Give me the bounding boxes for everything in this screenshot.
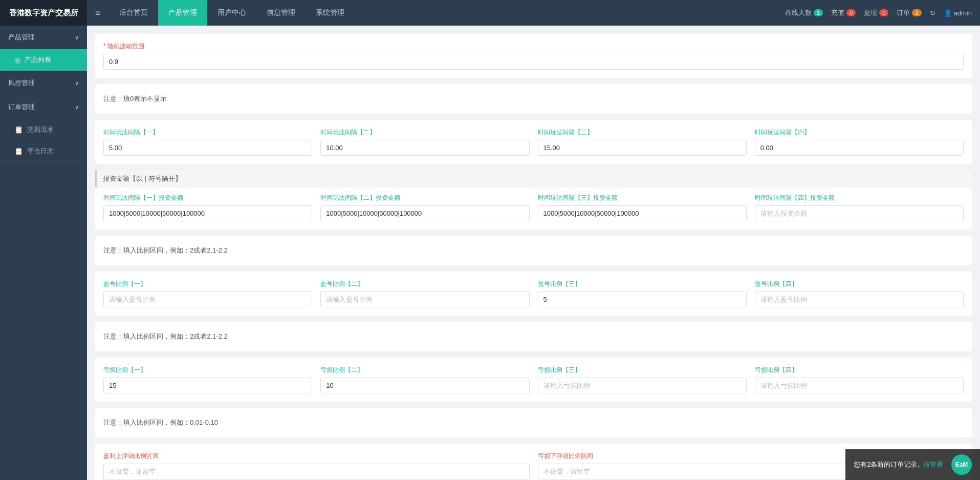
- nav-item-users[interactable]: 用户中心: [207, 0, 256, 26]
- menu-toggle-icon[interactable]: ≡: [87, 8, 109, 18]
- note-ratio-text: 注意：填入比例区间，例如：2或者2.1-2.2: [103, 244, 964, 257]
- loss-ratio-input-3[interactable]: [538, 378, 747, 393]
- invest-field-1: 时间玩法间隔【一】投资金额: [103, 194, 312, 221]
- time-interval-1-label: 时间玩法间隔【一】: [103, 128, 312, 137]
- time-interval-3-label: 时间玩法间隔【三】: [538, 128, 747, 137]
- time-intervals-section: 时间玩法间隔【一】 时间玩法间隔【二】 时间玩法间隔【三】 时间玩法间隔【四】: [95, 120, 972, 164]
- loss-ratio-input-4[interactable]: [755, 378, 964, 393]
- profit-ratio-grid: 盈号比例【一】 盈号比例【二】 盈号比例【三】 盈号比例【四】: [103, 280, 964, 307]
- transaction-icon: 📋: [14, 126, 23, 134]
- profit-ratio-input-4[interactable]: [755, 291, 964, 307]
- float-ratio-grid: 盈利上浮动比例区间 亏损下浮动比例区间: [103, 452, 964, 479]
- loss-ratio-field-3: 亏损比例【三】: [538, 366, 747, 393]
- withdraw-count-badge: 0: [879, 9, 888, 16]
- loss-ratio-section: 亏损比例【一】 亏损比例【二】 亏损比例【三】 亏损比例【四】: [95, 358, 972, 402]
- float-ratio-section: 盈利上浮动比例区间 亏损下浮动比例区间: [95, 444, 972, 480]
- chevron-right-icon: ∨: [75, 80, 79, 87]
- refresh-button[interactable]: ↻: [930, 9, 935, 17]
- sidebar-group-order: 订单管理 ∨ 📋 交易流水 📋 平仓日志: [0, 95, 87, 162]
- loss-ratio-field-2: 亏损比例【二】: [320, 366, 529, 393]
- product-list-icon: ◎: [14, 56, 20, 64]
- order-item[interactable]: 订单 2: [897, 8, 921, 17]
- time-interval-1-input[interactable]: [103, 140, 312, 156]
- admin-user-item[interactable]: 👤 admin: [944, 9, 972, 17]
- invest-field-4: 时间玩法间隔【四】投资金额: [755, 194, 964, 221]
- main-layout: 产品管理 ∨ ◎ 产品列表 风控管理 ∨ 订单管理 ∨ 📋 交易流水: [0, 26, 980, 480]
- loss-ratio-field-4: 亏损比例【四】: [755, 366, 964, 393]
- close-log-icon: 📋: [14, 147, 23, 155]
- profit-ratio-input-1[interactable]: [103, 291, 312, 307]
- time-interval-2-input[interactable]: [320, 140, 529, 156]
- bottom-notification: 您有2条新的订单记录, 请查看 EaM: [845, 449, 980, 480]
- nav-item-dashboard[interactable]: 后台首页: [109, 0, 158, 26]
- recharge-count-badge: 0: [846, 9, 856, 16]
- invest-label-2: 时间玩法间隔【二】投资金额: [320, 194, 529, 202]
- notification-text: 您有2条新的订单记录,: [854, 460, 919, 469]
- profit-ratio-field-1: 盈号比例【一】: [103, 280, 312, 307]
- withdraw-item[interactable]: 提现 0: [864, 8, 888, 17]
- time-interval-1: 时间玩法间隔【一】: [103, 128, 312, 156]
- profit-float-input[interactable]: [103, 464, 530, 479]
- loss-ratio-input-1[interactable]: [103, 378, 312, 393]
- notification-link[interactable]: 请查看: [923, 460, 943, 469]
- random-range-input[interactable]: [103, 54, 964, 70]
- sidebar-item-product-list[interactable]: ◎ 产品列表: [0, 49, 87, 71]
- note-float-text: 注意：填入比例区间，例如：0.01-0.10: [103, 416, 964, 429]
- invest-input-2[interactable]: [320, 205, 529, 221]
- note-ratio-section: 注意：填入比例区间，例如：2或者2.1-2.2: [95, 236, 972, 265]
- loss-ratio-label-2: 亏损比例【二】: [320, 366, 529, 374]
- note-zero-text: 注意：填0表示不显示: [103, 92, 964, 106]
- loss-ratio-grid: 亏损比例【一】 亏损比例【二】 亏损比例【三】 亏损比例【四】: [103, 366, 964, 393]
- invest-label-4: 时间玩法间隔【四】投资金额: [755, 194, 964, 202]
- loss-ratio-label-4: 亏损比例【四】: [755, 366, 964, 374]
- sidebar-group-product-header[interactable]: 产品管理 ∨: [0, 26, 87, 49]
- sidebar: 产品管理 ∨ ◎ 产品列表 风控管理 ∨ 订单管理 ∨ 📋 交易流水: [0, 26, 87, 480]
- profit-ratio-field-3: 盈号比例【三】: [538, 280, 747, 307]
- loss-ratio-input-2[interactable]: [320, 378, 529, 393]
- sidebar-group-order-header[interactable]: 订单管理 ∨: [0, 95, 87, 119]
- chevron-down-icon: ∨: [75, 34, 79, 41]
- invest-section: 投资金额【以 | 符号隔开】 时间玩法间隔【一】投资金额 时间玩法间隔【二】投资…: [95, 170, 972, 229]
- invest-field-2: 时间玩法间隔【二】投资金额: [320, 194, 529, 221]
- random-range-label: 随机波动范围: [103, 42, 964, 51]
- invest-label-3: 时间玩法间隔【三】投资金额: [538, 194, 747, 202]
- note-zero-section: 注意：填0表示不显示: [95, 84, 972, 114]
- nav-item-system[interactable]: 系统管理: [306, 0, 355, 26]
- invest-grid: 时间玩法间隔【一】投资金额 时间玩法间隔【二】投资金额 时间玩法间隔【三】投资金…: [103, 194, 964, 221]
- profit-float-field: 盈利上浮动比例区间: [103, 452, 530, 479]
- app-logo: 香港数字资产交易所: [0, 0, 87, 26]
- time-interval-3-input[interactable]: [538, 140, 747, 156]
- random-range-section: 随机波动范围: [95, 34, 972, 78]
- profit-ratio-field-2: 盈号比例【二】: [320, 280, 529, 307]
- online-users-item[interactable]: 在线人数 1: [785, 8, 823, 17]
- profit-ratio-input-2[interactable]: [320, 291, 529, 307]
- sidebar-group-product: 产品管理 ∨ ◎ 产品列表: [0, 26, 87, 71]
- sidebar-group-risk-header[interactable]: 风控管理 ∨: [0, 71, 87, 95]
- loss-ratio-field-1: 亏损比例【一】: [103, 366, 312, 393]
- nav-item-products[interactable]: 产品管理: [158, 0, 207, 26]
- time-intervals-grid: 时间玩法间隔【一】 时间玩法间隔【二】 时间玩法间隔【三】 时间玩法间隔【四】: [103, 128, 964, 156]
- top-right-area: 在线人数 1 充值 0 提现 0 订单 2 ↻ 👤 admin: [785, 8, 980, 17]
- profit-ratio-field-4: 盈号比例【四】: [755, 280, 964, 307]
- profit-ratio-section: 盈号比例【一】 盈号比例【二】 盈号比例【三】 盈号比例【四】: [95, 272, 972, 316]
- time-interval-2-label: 时间玩法间隔【二】: [320, 128, 529, 137]
- note-ratio2-text: 注意：填入比例区间，例如：2或者2.1-2.2: [103, 330, 964, 343]
- invest-input-4[interactable]: [755, 205, 964, 221]
- profit-ratio-label-4: 盈号比例【四】: [755, 280, 964, 288]
- profit-ratio-input-3[interactable]: [538, 291, 747, 307]
- note-float-section: 注意：填入比例区间，例如：0.01-0.10: [95, 408, 972, 437]
- notification-icon[interactable]: EaM: [951, 454, 972, 475]
- time-interval-4-input[interactable]: [755, 140, 964, 156]
- note-ratio2-section: 注意：填入比例区间，例如：2或者2.1-2.2: [95, 322, 972, 351]
- nav-item-info[interactable]: 信息管理: [256, 0, 306, 26]
- content-area: 随机波动范围 注意：填0表示不显示 时间玩法间隔【一】 时间玩法间隔【二】 时间…: [87, 26, 980, 480]
- time-interval-2: 时间玩法间隔【二】: [320, 128, 529, 156]
- top-navigation: 香港数字资产交易所 ≡ 后台首页 产品管理 用户中心 信息管理 系统管理 在线人…: [0, 0, 980, 26]
- invest-input-3[interactable]: [538, 205, 747, 221]
- recharge-item[interactable]: 充值 0: [831, 8, 856, 17]
- online-count-badge: 1: [814, 9, 823, 16]
- profit-ratio-label-3: 盈号比例【三】: [538, 280, 747, 288]
- sidebar-item-transaction[interactable]: 📋 交易流水: [0, 119, 87, 140]
- sidebar-item-close-log[interactable]: 📋 平仓日志: [0, 140, 87, 162]
- invest-input-1[interactable]: [103, 205, 312, 221]
